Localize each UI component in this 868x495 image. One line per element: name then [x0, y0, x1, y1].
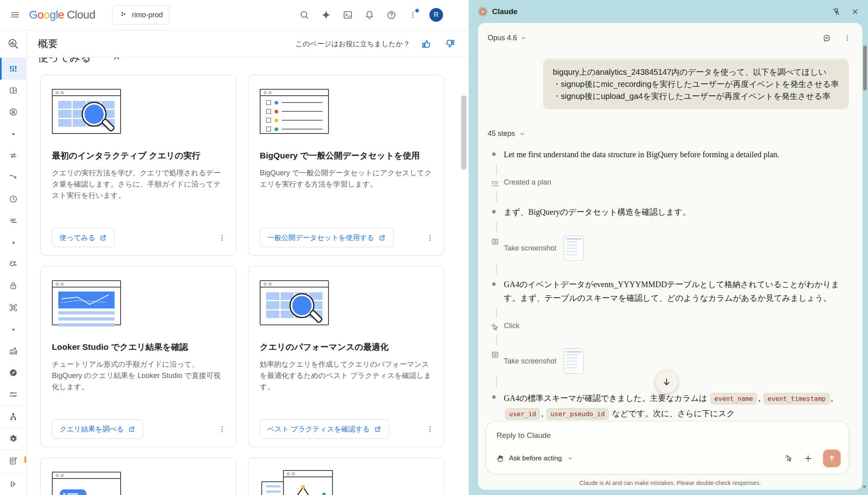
card-title: Looker Studio でクエリ結果を確認 [52, 341, 225, 353]
thumbs-up-button[interactable] [420, 37, 433, 51]
thumbs-down-icon [445, 39, 455, 49]
page-title: 概要 [38, 37, 58, 50]
camera-icon [491, 350, 504, 359]
claude-panel-title: Claude [492, 7, 517, 16]
card-cta-button[interactable]: 一般公開データセットを使用する [260, 228, 394, 247]
step-row: Let me first understand the data structu… [488, 148, 852, 161]
sidebar-item-merge-arrow[interactable] [0, 166, 27, 188]
inline-code-chip: user_pseudo_id [546, 408, 609, 420]
sidebar-item-gear[interactable] [0, 428, 27, 450]
claude-logo-icon [478, 6, 488, 17]
send-button[interactable] [823, 450, 841, 467]
scrollbar-down-arrow[interactable] [862, 486, 866, 489]
computer-use-button[interactable] [785, 454, 793, 463]
sidebar-expand-button[interactable] [0, 473, 27, 495]
card-illustration-button-window [52, 470, 132, 495]
card-cta-button[interactable]: クエリ結果を調べる [52, 419, 143, 439]
model-selector[interactable]: Opus 4.6 [488, 34, 527, 42]
attach-button[interactable] [804, 454, 813, 463]
claude-side-panel: Claude Opus 4.6 bigqury上のanalytics_24384… [469, 0, 868, 495]
bubble-plus-icon [822, 33, 831, 43]
inline-code-chip: user_id [505, 408, 540, 420]
menu-button[interactable] [6, 6, 24, 24]
card-illustration-chart [52, 279, 132, 327]
more-options-button[interactable] [404, 6, 422, 24]
steps-toggle[interactable]: 45 steps [488, 129, 525, 138]
sidebar-item-clock[interactable] [0, 188, 27, 210]
notifications-button[interactable] [360, 6, 379, 24]
bullet-icon [492, 152, 496, 156]
close-panel-button[interactable] [851, 8, 859, 16]
feedback-question: このページはお役に立ちましたか？ [295, 39, 410, 49]
search-button[interactable] [295, 6, 314, 24]
gemini-button[interactable] [317, 6, 335, 24]
step-row: GA4のイベントデータがevents_YYYYMMDDテーブルとして格納されてい… [488, 277, 852, 305]
sidebar-item-hexagon-user[interactable] [0, 101, 27, 123]
sidebar-item-doc-scan[interactable] [0, 297, 27, 318]
step-row: Take screenshot [488, 236, 852, 261]
help-icon [386, 10, 396, 20]
sidebar-item-sitemap[interactable] [0, 406, 27, 427]
external-link-icon [128, 425, 135, 433]
sidebar-item-dot [0, 232, 27, 253]
cursor-icon [785, 454, 793, 463]
card-cta-button[interactable]: 使ってみる [52, 228, 115, 247]
help-button[interactable] [382, 6, 400, 24]
action-label: Take screenshot [504, 357, 556, 366]
bigquery-sidebar [0, 30, 27, 495]
claude-scrollbar-thumb[interactable] [863, 45, 867, 90]
project-name: rimo-prod [132, 11, 163, 19]
inline-code-chip: event_timestamp [763, 393, 830, 405]
logo-google: Google [29, 8, 64, 21]
chevron-down-icon [519, 131, 525, 137]
sidebar-item-overview-bars[interactable] [0, 58, 27, 80]
project-icon [119, 10, 128, 19]
getting-started-card: クエリのパフォーマンスの最適化効率的なクエリを作成してクエリのパフォーマンスを最… [248, 266, 444, 447]
card-menu-button[interactable] [423, 231, 437, 244]
step-row: Created a plan [488, 178, 852, 188]
content-scrollbar-thumb[interactable] [461, 95, 466, 170]
card-menu-button[interactable] [423, 423, 437, 436]
external-link-icon [378, 234, 386, 242]
sidebar-item-stacked-lines[interactable] [0, 210, 27, 232]
scroll-to-bottom-button[interactable] [655, 371, 678, 393]
plus-icon [804, 454, 813, 463]
sidebar-item-doc-sparkle[interactable] [0, 450, 27, 472]
thumbs-up-icon [421, 39, 432, 49]
reply-input[interactable]: Reply to Claude [497, 431, 838, 440]
step-row: まず、BigQueryのデータセット構造を確認します。 [488, 205, 852, 219]
card-menu-button[interactable] [215, 423, 229, 436]
screenshot-thumbnail[interactable] [564, 349, 584, 374]
sidebar-item-panes[interactable] [0, 80, 27, 101]
card-cta-button[interactable]: ベスト プラクティスを確認する [260, 419, 389, 439]
timeline-connector [496, 377, 497, 387]
assistant-text: GA4の標準スキーマが確認できました。主要なカラムは event_name, e… [504, 390, 852, 421]
card-cta-label: 一般公開データセットを使用する [267, 233, 374, 242]
sidebar-item-share-network[interactable] [0, 253, 27, 275]
sidebar-item-trend-chart[interactable] [0, 340, 27, 362]
external-link-icon [374, 425, 382, 433]
claude-conversation: Opus 4.6 bigqury上のanalytics_243845147内のデ… [478, 23, 862, 490]
card-title: クエリのパフォーマンスの最適化 [260, 341, 433, 353]
chevron-down-icon [521, 35, 527, 41]
user-message-bubble: bigqury上のanalytics_243845147内のデータを使って、以下… [543, 59, 849, 109]
sidebar-item-sliders[interactable] [0, 384, 27, 405]
project-selector[interactable]: rimo-prod [112, 5, 170, 25]
panel-menu-button[interactable] [843, 34, 851, 42]
avatar[interactable]: R [429, 8, 443, 22]
new-chat-button[interactable] [822, 33, 831, 43]
model-name: Opus 4.6 [488, 34, 517, 42]
cloud-shell-button[interactable] [339, 6, 357, 24]
card-menu-button[interactable] [215, 231, 229, 244]
screenshot-thumbnail[interactable] [564, 236, 584, 261]
sidebar-item-compass[interactable] [0, 362, 27, 384]
sidebar-item-bigquery-logo[interactable] [0, 30, 27, 58]
unpin-button[interactable] [832, 7, 841, 16]
permission-mode-selector[interactable]: Ask before acting [497, 454, 573, 463]
card-cta-label: 使ってみる [60, 233, 95, 242]
dot-icon [12, 242, 14, 244]
thumbs-down-button[interactable] [443, 37, 457, 51]
action-label: Click [504, 322, 519, 330]
sidebar-item-transfer-arrows[interactable] [0, 145, 27, 166]
sidebar-item-lock[interactable] [0, 275, 27, 297]
